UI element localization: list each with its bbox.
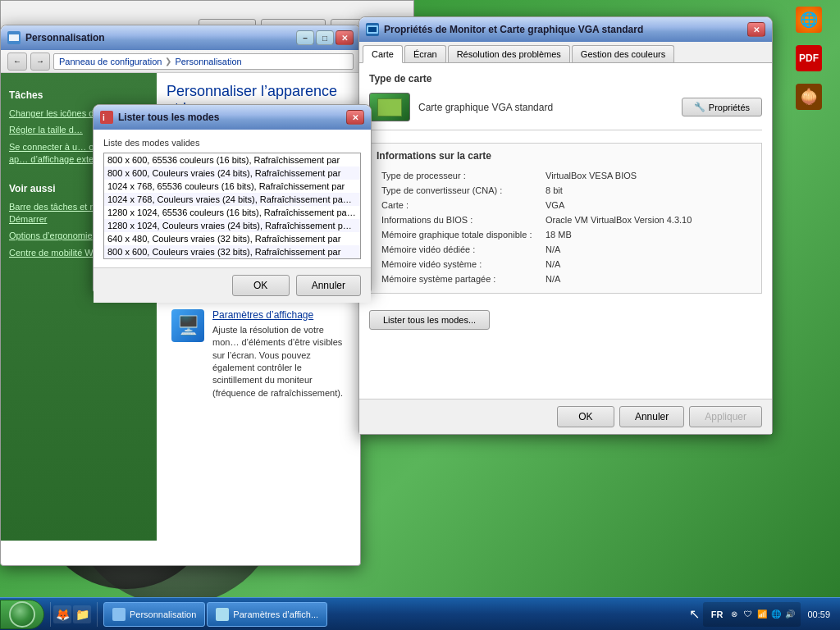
list-modes-close-button[interactable]: ✕ [346,110,364,125]
tab-ecran[interactable]: Écran [404,45,446,62]
info-row-dedicated-memory: Mémoire vidéo dédiée : N/A [377,242,755,257]
mode-item-7[interactable]: 800 x 600, Couleurs vraies (32 bits), Ra… [104,245,360,258]
taskbar-right: ↖ FR ⊗ 🛡 📶 🌐 🔊 00:59 [682,602,840,627]
personalization-window-title: Personnalisation [25,32,291,43]
vga-dialog-titlebar: Propriétés de Monitor et Carte graphique… [359,17,772,42]
personalization-window-controls: – □ ✕ [296,30,354,45]
quicklaunch-icon-2[interactable]: 📁 [73,605,91,623]
address-item-personalization[interactable]: Personnalisation [175,57,241,66]
info-value-system-memory: N/A [541,257,755,272]
modes-section: Lister tous les modes... [369,310,762,338]
vga-dialog-tabs: Carte Écran Résolution des problèmes Ges… [359,42,772,63]
quicklaunch-icon-1[interactable]: 🦊 [53,605,71,623]
card-properties-button[interactable]: 🔧 Propriétés [682,98,762,116]
info-label-card: Carte : [377,198,541,212]
card-display: Carte graphique VGA standard 🔧 Propriété… [369,93,762,130]
mode-item-5[interactable]: 1280 x 1024, Couleurs vraies (24 bits), … [104,219,360,232]
sidebar-tasks-title: Tâches [9,89,148,101]
forward-button[interactable]: → [30,52,50,71]
address-bar: Panneau de configuration ❯ Personnalisat… [53,53,354,70]
mode-item-3[interactable]: 1024 x 768, Couleurs vraies (24 bits), R… [104,193,360,206]
personalization-item-display: 🖥️ Paramètres d’affichage Ajuste la réso… [167,304,350,404]
tab-gestion-couleurs[interactable]: Gestion des couleurs [572,45,674,62]
mode-item-2[interactable]: 1024 x 768, 65536 couleurs (16 bits), Ra… [104,180,360,193]
tray-icon-network: ⊗ [728,609,740,620]
taskbar-item-display-settings[interactable]: Paramètres d’affich... [207,602,327,627]
info-label-processor: Type de processeur : [377,168,541,183]
mode-item-6[interactable]: 640 x 480, Couleurs vraies (32 bits), Ra… [104,232,360,245]
card-section-title: Type de carte [369,73,762,84]
vga-dialog-icon [366,23,379,36]
mode-item-8[interactable]: 1024 x 768, Couleurs vraies (32 bits), R… [104,258,360,259]
mode-item-0[interactable]: 800 x 600, 65536 couleurs (16 bits), Raf… [104,153,360,167]
vga-dialog-tab-content: Type de carte Carte graphique VGA standa… [359,63,772,399]
pdf-icon: PDF [796,45,822,71]
vga-apply-button[interactable]: Appliquer [689,406,762,427]
address-item-control-panel[interactable]: Panneau de configuration [59,57,162,66]
tray-icon-volume: 🔊 [784,609,796,620]
maximize-button[interactable]: □ [316,30,334,45]
personalization-toolbar: ← → Panneau de configuration ❯ Personnal… [1,50,360,73]
system-tray: FR ⊗ 🛡 📶 🌐 🔊 [703,602,801,627]
svg-text:i: i [103,113,105,122]
desktop-icons: 🌐 PDF 🧅 [784,7,833,112]
list-modes-body: Liste des modes valides 800 x 600, 65536… [94,130,371,267]
cursor-indicator: ↖ [689,606,700,622]
info-label-bios: Informations du BIOS : [377,212,541,227]
list-modes-controls: ✕ [346,110,364,125]
info-value-total-memory: 18 MB [541,227,755,242]
back-button[interactable]: ← [7,52,27,71]
tray-icon-security: 🛡 [742,609,754,620]
info-label-shared-memory: Mémoire système partagée : [377,272,541,286]
vga-cancel-button[interactable]: Annuler [619,406,684,427]
properties-btn-label: Propriétés [709,103,750,112]
info-row-system-memory: Mémoire vidéo système : N/A [377,257,755,272]
tab-resolution[interactable]: Résolution des problèmes [448,45,570,62]
display-settings-icon: 🖥️ [171,309,204,342]
desktop: 🦋 🌐 PDF 🧅 📄 Personnalisation [0,0,840,630]
list-modes-title: Lister tous les modes [118,112,341,123]
list-modes-titlebar: i Lister tous les modes ✕ [94,105,371,130]
start-orb [9,601,35,628]
display-item-title[interactable]: Paramètres d’affichage [212,309,345,321]
info-table: Type de processeur : VirtualBox VESA BIO… [377,168,755,286]
taskbar-items: Personnalisation Paramètres d’affich... [100,602,682,627]
info-label-dedicated-memory: Mémoire vidéo dédiée : [377,242,541,257]
info-row-card: Carte : VGA [377,198,755,212]
tab-carte[interactable]: Carte [363,45,403,63]
modes-listbox[interactable]: 800 x 600, 65536 couleurs (16 bits), Raf… [103,153,361,259]
info-value-bios: Oracle VM VirtualBox Version 4.3.10 [541,212,755,227]
quick-launch: 🦊 📁 [53,605,91,623]
close-button[interactable]: ✕ [336,30,354,45]
mode-item-1[interactable]: 800 x 600, Couleurs vraies (24 bits), Ra… [104,167,360,180]
vga-dialog-footer: OK Annuler Appliquer [359,399,772,434]
list-modes-ok-button[interactable]: OK [232,275,290,296]
vga-dialog-body: Carte Écran Résolution des problèmes Ges… [359,42,772,434]
start-button[interactable] [0,600,44,629]
desktop-icon-browser[interactable]: 🌐 [784,7,833,35]
browser-icon: 🌐 [796,7,822,33]
vga-dialog-controls: ✕ [747,22,765,37]
card-chip-icon [369,93,410,121]
language-indicator: FR [708,609,727,619]
minimize-button[interactable]: – [296,30,314,45]
properties-icon: 🔧 [694,102,705,112]
list-modes-button[interactable]: Lister tous les modes... [369,310,490,330]
desktop-icon-tor[interactable]: 🧅 [784,84,833,112]
taskbar-item-display-label: Paramètres d’affich... [233,609,318,619]
vga-dialog-close-button[interactable]: ✕ [747,22,765,37]
mode-item-4[interactable]: 1280 x 1024, 65536 couleurs (16 bits), R… [104,206,360,219]
taskbar-item-display-icon [216,608,229,621]
tray-icon-wifi: 📶 [756,609,768,620]
info-row-bios: Informations du BIOS : Oracle VM Virtual… [377,212,755,227]
taskbar-item-personalization-icon [112,608,126,621]
desktop-icon-pdf[interactable]: PDF [784,45,833,74]
list-modes-section-title: Liste des modes valides [103,138,361,148]
display-item-description: Ajuste la résolution de votre mon… d’élé… [212,324,345,399]
tray-icon-network2: 🌐 [770,609,782,620]
clock-display[interactable]: 00:59 [804,609,833,619]
info-label-system-memory: Mémoire vidéo système : [377,257,541,272]
list-modes-cancel-button[interactable]: Annuler [296,275,361,296]
taskbar-item-personalization[interactable]: Personnalisation [103,602,205,627]
vga-ok-button[interactable]: OK [557,406,614,427]
